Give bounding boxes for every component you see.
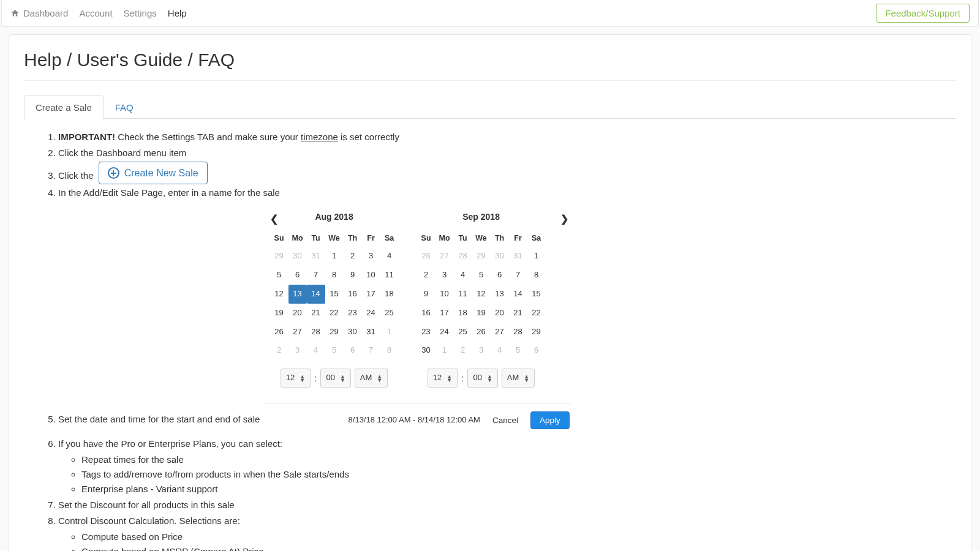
calendar-day[interactable]: 30	[491, 247, 509, 266]
calendar-day[interactable]: 29	[472, 247, 491, 266]
calendar-day[interactable]: 11	[380, 266, 399, 285]
calendar-day[interactable]: 22	[527, 304, 546, 323]
calendar-day[interactable]: 6	[491, 266, 509, 285]
nav-help[interactable]: Help	[168, 8, 187, 18]
calendar-day[interactable]: 8	[527, 266, 546, 285]
calendar-day[interactable]: 27	[491, 323, 509, 342]
calendar-day[interactable]: 7	[509, 266, 527, 285]
calendar-day[interactable]: 3	[472, 341, 491, 360]
calendar-day[interactable]: 7	[362, 341, 380, 360]
calendar-day[interactable]: 21	[307, 304, 325, 323]
calendar-day[interactable]: 5	[270, 266, 288, 285]
calendar-day[interactable]: 2	[454, 341, 472, 360]
calendar-day[interactable]: 6	[344, 341, 362, 360]
calendar-day[interactable]: 11	[454, 285, 472, 304]
calendar-day[interactable]: 23	[344, 304, 362, 323]
start-minute-select[interactable]: 00▲▼	[320, 369, 350, 388]
calendar-day[interactable]: 4	[454, 266, 472, 285]
calendar-day[interactable]: 31	[307, 247, 325, 266]
calendar-day[interactable]: 22	[325, 304, 344, 323]
calendar-day[interactable]: 30	[344, 323, 362, 342]
calendar-day[interactable]: 18	[454, 304, 472, 323]
calendar-day[interactable]: 12	[472, 285, 491, 304]
calendar-day[interactable]: 20	[288, 304, 307, 323]
calendar-day[interactable]: 10	[435, 285, 454, 304]
start-ampm-select[interactable]: AM▲▼	[355, 369, 388, 388]
calendar-day[interactable]: 30	[417, 341, 435, 360]
calendar-day[interactable]: 29	[527, 323, 546, 342]
end-ampm-select[interactable]: AM▲▼	[502, 369, 535, 388]
calendar-day[interactable]: 26	[270, 323, 288, 342]
calendar-day[interactable]: 6	[527, 341, 546, 360]
calendar-day[interactable]: 13	[491, 285, 509, 304]
calendar-day[interactable]: 6	[288, 266, 307, 285]
calendar-day[interactable]: 4	[380, 247, 399, 266]
calendar-day[interactable]: 18	[380, 285, 399, 304]
end-minute-select[interactable]: 00▲▼	[467, 369, 497, 388]
nav-dashboard[interactable]: Dashboard	[10, 8, 68, 18]
calendar-day[interactable]: 1	[380, 323, 399, 342]
calendar-day[interactable]: 28	[307, 323, 325, 342]
calendar-day[interactable]: 1	[435, 341, 454, 360]
prev-month-icon[interactable]: ❮	[270, 211, 278, 227]
calendar-day[interactable]: 17	[435, 304, 454, 323]
calendar-day[interactable]: 8	[380, 341, 399, 360]
calendar-day[interactable]: 5	[472, 266, 491, 285]
calendar-day[interactable]: 31	[509, 247, 527, 266]
calendar-day[interactable]: 28	[509, 323, 527, 342]
calendar-day[interactable]: 15	[325, 285, 344, 304]
start-hour-select[interactable]: 12▲▼	[281, 369, 311, 388]
create-new-sale-button[interactable]: Create New Sale	[99, 162, 208, 184]
calendar-day[interactable]: 2	[417, 266, 435, 285]
calendar-day[interactable]: 21	[509, 304, 527, 323]
calendar-day[interactable]: 31	[362, 323, 380, 342]
calendar-day[interactable]: 16	[417, 304, 435, 323]
next-month-icon[interactable]: ❯	[560, 211, 568, 227]
calendar-day[interactable]: 27	[288, 323, 307, 342]
tab-faq[interactable]: FAQ	[104, 96, 145, 119]
calendar-day[interactable]: 27	[435, 247, 454, 266]
calendar-day[interactable]: 30	[288, 247, 307, 266]
calendar-day[interactable]: 9	[417, 285, 435, 304]
calendar-day[interactable]: 19	[270, 304, 288, 323]
cancel-button[interactable]: Cancel	[492, 414, 518, 427]
calendar-day[interactable]: 14	[307, 285, 325, 304]
calendar-day[interactable]: 26	[472, 323, 491, 342]
calendar-day[interactable]: 25	[380, 304, 399, 323]
end-hour-select[interactable]: 12▲▼	[428, 369, 458, 388]
feedback-support-button[interactable]: Feedback/Support	[876, 4, 970, 23]
calendar-day[interactable]: 29	[325, 323, 344, 342]
calendar-day[interactable]: 25	[454, 323, 472, 342]
calendar-day[interactable]: 13	[288, 285, 307, 304]
calendar-day[interactable]: 17	[362, 285, 380, 304]
calendar-day[interactable]: 9	[344, 266, 362, 285]
calendar-day[interactable]: 15	[527, 285, 546, 304]
calendar-day[interactable]: 16	[344, 285, 362, 304]
nav-account[interactable]: Account	[79, 8, 112, 18]
nav-settings[interactable]: Settings	[124, 8, 157, 18]
calendar-day[interactable]: 3	[288, 341, 307, 360]
calendar-day[interactable]: 24	[362, 304, 380, 323]
calendar-day[interactable]: 1	[527, 247, 546, 266]
calendar-day[interactable]: 4	[491, 341, 509, 360]
calendar-day[interactable]: 19	[472, 304, 491, 323]
calendar-day[interactable]: 3	[435, 266, 454, 285]
apply-button[interactable]: Apply	[530, 411, 570, 429]
calendar-day[interactable]: 14	[509, 285, 527, 304]
calendar-day[interactable]: 1	[325, 247, 344, 266]
calendar-day[interactable]: 28	[454, 247, 472, 266]
calendar-day[interactable]: 5	[325, 341, 344, 360]
calendar-day[interactable]: 23	[417, 323, 435, 342]
calendar-day[interactable]: 12	[270, 285, 288, 304]
tab-create-a-sale[interactable]: Create a Sale	[24, 96, 104, 119]
calendar-day[interactable]: 7	[307, 266, 325, 285]
calendar-day[interactable]: 3	[362, 247, 380, 266]
calendar-day[interactable]: 24	[435, 323, 454, 342]
calendar-day[interactable]: 29	[270, 247, 288, 266]
calendar-day[interactable]: 8	[325, 266, 344, 285]
calendar-day[interactable]: 26	[417, 247, 435, 266]
calendar-day[interactable]: 5	[509, 341, 527, 360]
calendar-day[interactable]: 10	[362, 266, 380, 285]
calendar-day[interactable]: 20	[491, 304, 509, 323]
calendar-day[interactable]: 2	[344, 247, 362, 266]
